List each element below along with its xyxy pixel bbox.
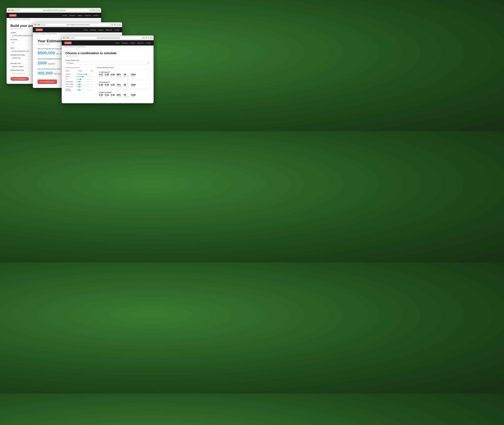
slider-ufactor-thumb[interactable]	[86, 74, 87, 75]
slider-frame-depth-track[interactable]	[77, 86, 93, 87]
find-combinations-button[interactable]: Find Combinations	[11, 77, 29, 81]
new-tab-icon-3[interactable]: +	[148, 37, 149, 39]
nav-products-3[interactable]: Products	[122, 42, 128, 44]
slider-frame-height-track[interactable]	[77, 84, 93, 84]
browser-window-3: ‹ › www.durabilt.com/products/ctsystem ↻…	[62, 35, 154, 103]
address-bar-3[interactable]: www.durabilt.com/products/ctsystem	[75, 36, 142, 39]
close-button-2[interactable]	[34, 24, 36, 25]
product-name-3: CT2000-X SYSTEMTM	[99, 92, 136, 93]
slider-frame-height: Frame Height	[65, 83, 93, 85]
metric-vision-val-1: 86%	[117, 73, 122, 76]
nav-gallery-3[interactable]: Gallery	[130, 42, 135, 44]
metric-co2-label-3: kgCO2e	[131, 96, 136, 97]
back-button-1[interactable]: ‹	[15, 9, 17, 11]
combo-section: Use sliders to narrow list System Fixed …	[65, 67, 150, 100]
share-icon-2[interactable]: ⬆	[114, 24, 116, 26]
slider-ufactor-label: U-Factor	[65, 73, 76, 75]
slider-glazing-thumb[interactable]	[79, 89, 81, 91]
forward-button-1[interactable]: ›	[17, 9, 19, 11]
product-type-select-3[interactable]: CT Series	[65, 61, 150, 65]
nav-gallery-1[interactable]: Gallery	[78, 15, 82, 16]
slider-glazing-track[interactable]	[77, 90, 93, 90]
address-bar-1[interactable]: www.durabilt.com/products/ctsystem	[20, 9, 89, 12]
nav-gallery-2[interactable]: Gallery	[99, 29, 103, 31]
system-select[interactable]: Fixed	[77, 69, 93, 73]
get-quote-button[interactable]: Get a detailed quote	[38, 80, 57, 84]
window3-content: Choose a combination to simulate powered…	[62, 48, 154, 103]
forward-button-3[interactable]: ›	[72, 37, 74, 39]
product-metrics-3: 0.30 U-Factor 0.32 SHGC 0.40 VT	[99, 94, 136, 97]
reload-icon-2[interactable]: ↻	[112, 24, 113, 26]
slider-ufactor-track[interactable]	[77, 74, 93, 74]
traffic-lights-2	[34, 24, 40, 25]
nav-home-3[interactable]: Home	[115, 42, 119, 44]
nav-about-3[interactable]: About Us	[137, 42, 143, 44]
share-icon-1[interactable]: ⬆	[93, 9, 95, 11]
nav-about-2[interactable]: About Us	[106, 29, 112, 31]
product-card-3[interactable]: CT2000-X SYSTEMTM 0.30 U-Factor 0.32 SHG…	[97, 90, 150, 99]
maximize-button-3[interactable]	[67, 37, 68, 39]
browser-actions-3: ↻ ⬆ + ⊡	[143, 37, 152, 39]
share-icon-3[interactable]: ⬆	[146, 37, 147, 39]
slider-shgc-thumb[interactable]	[82, 76, 84, 77]
maximize-button-1[interactable]	[12, 10, 13, 11]
metric-wind-label-2: Wind (mph)	[124, 86, 129, 87]
tabs-icon-1[interactable]: ⊡	[98, 9, 100, 11]
nav-home-2[interactable]: Home	[84, 29, 88, 31]
product-name-2: CT1200 SystemTM	[99, 81, 136, 83]
metric-ufactor-val-2: 0.48	[99, 84, 103, 86]
nav-products-1[interactable]: Products	[69, 15, 75, 16]
slider-vt-track[interactable]	[77, 79, 93, 79]
nav-contact-2[interactable]: Contact	[114, 29, 120, 31]
browser-actions-2: ↻ ⬆ + ⊡	[112, 24, 121, 26]
back-button-3[interactable]: ‹	[70, 37, 72, 39]
metric-vt-label-1: VT	[111, 76, 115, 77]
slider-vt-thumb[interactable]	[80, 79, 81, 80]
metric-wind-val-2: 90	[124, 84, 129, 86]
metric-shgc-val-2: 0.40	[105, 84, 109, 86]
new-tab-icon-1[interactable]: +	[96, 9, 97, 11]
maximize-button-2[interactable]	[38, 24, 40, 25]
nav-links-2: Home Products Gallery About Us Contact	[84, 29, 120, 31]
nav-about-1[interactable]: About Us	[85, 15, 91, 16]
reload-icon-1[interactable]: ↻	[91, 9, 92, 11]
slider-frame-width-thumb[interactable]	[79, 81, 81, 82]
slider-frame-width-track[interactable]	[77, 81, 93, 82]
nav-contact-1[interactable]: Contact	[94, 15, 98, 16]
card-arrow-2: ›	[147, 83, 148, 86]
product-card-1[interactable]: CT 2000 SystemTM 0.57 U-Factor 0.48 SHGC	[97, 70, 150, 79]
slider-frame-height-thumb[interactable]	[79, 84, 81, 85]
logo-1[interactable]: durabilt	[9, 14, 17, 17]
close-button-3[interactable]	[63, 37, 65, 39]
product-card-2[interactable]: CT1200 SystemTM 0.48 U-Factor 0.40 SHGC	[97, 80, 150, 89]
new-tab-icon-2[interactable]: +	[117, 24, 118, 26]
forward-button-2[interactable]: ›	[43, 24, 45, 26]
minimize-button-2[interactable]	[36, 24, 38, 25]
slider-shgc-track[interactable]	[77, 77, 93, 77]
minimize-button-1[interactable]	[10, 10, 11, 11]
tabs-icon-3[interactable]: ⊡	[150, 37, 152, 39]
criteria-label: Products Matching Criteria	[97, 67, 150, 68]
product-metrics-1: 0.57 U-Factor 0.48 SHGC 0.60 VT	[99, 73, 136, 77]
nav-contact-3[interactable]: Contact	[146, 42, 151, 44]
close-button-1[interactable]	[8, 10, 9, 11]
logo-3[interactable]: durabilt	[64, 42, 72, 44]
logo-2[interactable]: durabilt	[35, 28, 43, 31]
back-button-2[interactable]: ‹	[41, 24, 43, 26]
tabs-icon-2[interactable]: ⊡	[119, 24, 121, 26]
metric-wind-3: 90 Wind (mph)	[124, 94, 129, 97]
metric-ufactor-1: 0.57 U-Factor	[99, 73, 103, 77]
slider-frame-depth: Frame Depth	[65, 86, 93, 87]
traffic-lights-3	[63, 37, 68, 39]
slider-shgc: SHGC	[65, 76, 93, 77]
metric-co2-3: 2400 kgCO2e	[131, 94, 136, 97]
reload-icon-3[interactable]: ↻	[143, 37, 145, 39]
metric-wind-1: 90 Wind (mph)	[124, 73, 129, 77]
slider-frame-depth-thumb[interactable]	[79, 86, 81, 87]
nav-home-1[interactable]: Home	[63, 15, 67, 16]
nav-products-2[interactable]: Products	[90, 29, 96, 31]
metric-wind-val-1: 90	[124, 73, 129, 76]
minimize-button-3[interactable]	[65, 37, 67, 39]
address-bar-2[interactable]: www.durabilt.com/products/ctsystem	[46, 23, 110, 26]
metric-shgc-label-1: SHGC	[105, 76, 109, 77]
